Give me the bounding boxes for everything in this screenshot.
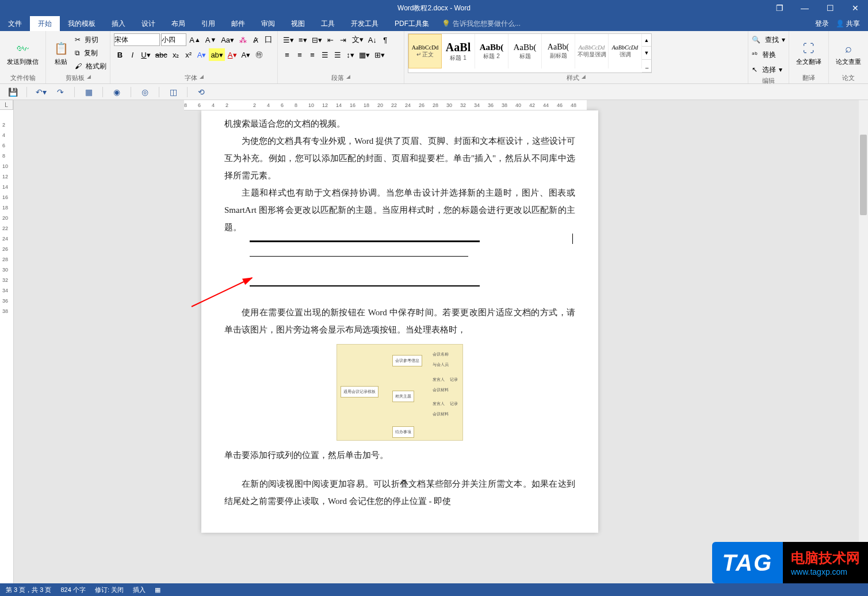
enclose-char-button[interactable]: ㊕: [253, 48, 265, 61]
tab-file[interactable]: 文件: [0, 16, 30, 31]
font-color-button[interactable]: A▾: [226, 48, 239, 61]
paragraph-launcher-icon[interactable]: ◢: [346, 74, 350, 82]
qat-icon-1[interactable]: ▦: [83, 86, 94, 98]
style-name: 副标题: [550, 52, 567, 60]
style-h2[interactable]: AaBb(标题 2: [475, 34, 508, 68]
style-subtle-emphasis[interactable]: AaBbCcDd不明显强调: [575, 34, 609, 68]
style-normal[interactable]: AaBbCcDd↵ 正文: [408, 34, 442, 68]
undo-button[interactable]: ↶▾: [35, 86, 47, 98]
tab-dev[interactable]: 开发工具: [343, 16, 387, 31]
font-size-combo[interactable]: [161, 33, 186, 46]
minimize-button[interactable]: —: [792, 0, 817, 16]
login-link[interactable]: 登录: [815, 19, 829, 29]
close-button[interactable]: ✕: [843, 0, 868, 16]
style-preview: AaBb(: [514, 43, 537, 52]
subscript-button[interactable]: x₂: [170, 48, 182, 61]
tell-me-box[interactable]: 💡告诉我您想要做什么...: [437, 16, 521, 31]
char-border-button[interactable]: 囗: [262, 33, 274, 46]
bold-button[interactable]: B: [114, 48, 125, 61]
numbering-button[interactable]: ≡▾: [297, 33, 309, 46]
cut-button[interactable]: ✂ 剪切: [75, 33, 106, 46]
tab-design[interactable]: 设计: [133, 16, 163, 31]
tab-review[interactable]: 审阅: [253, 16, 283, 31]
multilevel-button[interactable]: ⊟▾: [310, 33, 324, 46]
tab-references[interactable]: 引用: [193, 16, 223, 31]
grow-font-button[interactable]: A▲: [188, 33, 202, 46]
thesis-check-button[interactable]: ⌕论文查重: [832, 33, 865, 73]
tab-layout[interactable]: 布局: [163, 16, 193, 31]
tab-mailings[interactable]: 邮件: [223, 16, 253, 31]
tab-templates[interactable]: 我的模板: [60, 16, 104, 31]
style-title[interactable]: AaBb(标题: [508, 34, 542, 68]
tab-insert[interactable]: 插入: [104, 16, 133, 31]
format-painter-button[interactable]: 🖌 格式刷: [75, 60, 106, 72]
tab-home[interactable]: 开始: [30, 16, 60, 31]
copy-button[interactable]: ⧉ 复制: [75, 47, 106, 59]
shading-button[interactable]: ▦▾: [357, 48, 372, 61]
decrease-indent-button[interactable]: ⇤: [325, 33, 337, 46]
gallery-more-icon[interactable]: ⎯: [642, 60, 651, 72]
title-bar: Word教程2.docx - Word ❐ — ☐ ✕: [0, 0, 868, 16]
asian-layout-button[interactable]: 文▾: [350, 33, 365, 46]
font-launcher-icon[interactable]: ◢: [200, 74, 204, 82]
save-button[interactable]: 💾: [7, 86, 18, 98]
ribbon-options-icon[interactable]: ❐: [767, 0, 792, 16]
qat-icon-3[interactable]: ◎: [139, 86, 151, 98]
find-label: 查找: [765, 35, 779, 45]
style-preview: AaBb(: [548, 43, 569, 52]
style-h1[interactable]: AaBl标题 1: [442, 34, 475, 68]
styles-launcher-icon[interactable]: ◢: [582, 74, 586, 82]
maximize-button[interactable]: ☐: [817, 0, 843, 16]
text-effects-button[interactable]: A▾: [196, 48, 208, 61]
shrink-font-button[interactable]: A▼: [204, 33, 218, 46]
tab-pdf[interactable]: PDF工具集: [387, 16, 437, 31]
sort-button[interactable]: A↓: [366, 33, 378, 46]
gallery-scroll[interactable]: ▲▼⎯: [642, 34, 651, 72]
borders-button[interactable]: ⊞▾: [373, 48, 387, 61]
strike-button[interactable]: abc: [154, 48, 169, 61]
highlight-button[interactable]: ab▾: [209, 48, 224, 61]
gallery-down-icon[interactable]: ▼: [642, 47, 651, 59]
thesis-icon: ⌕: [840, 40, 856, 56]
show-marks-button[interactable]: ¶: [380, 33, 391, 46]
find-button[interactable]: 🔍 查找 ▾: [752, 33, 785, 46]
clear-format-button[interactable]: A̷: [250, 33, 261, 46]
share-button[interactable]: 👤 共享: [836, 19, 860, 29]
gallery-up-icon[interactable]: ▲: [642, 34, 651, 47]
group-label-thesis: 论文: [832, 73, 865, 82]
group-label-paragraph: 段落: [331, 74, 344, 82]
align-left-button[interactable]: ≡: [281, 48, 293, 61]
tab-view[interactable]: 视图: [283, 16, 313, 31]
redo-button[interactable]: ↷: [55, 86, 66, 98]
style-emphasis[interactable]: AaBbCcDd强调: [609, 34, 642, 68]
char-shading-button[interactable]: A▾: [240, 48, 253, 61]
select-button[interactable]: ↖ 选择 ▾: [752, 63, 785, 76]
translate-button[interactable]: ⛶全文翻译: [793, 33, 825, 73]
change-case-button[interactable]: Aa▾: [219, 33, 236, 46]
replace-button[interactable]: ᵃᵇ 替换: [752, 48, 785, 61]
underline-button[interactable]: U▾: [139, 48, 152, 61]
tab-tools[interactable]: 工具: [313, 16, 343, 31]
select-icon: ↖: [752, 66, 758, 74]
italic-button[interactable]: I: [127, 48, 138, 61]
paste-button[interactable]: 📋 粘贴: [49, 33, 72, 73]
qat-icon-4[interactable]: ◫: [167, 86, 179, 98]
style-subtitle[interactable]: AaBb(副标题: [542, 34, 575, 68]
clipboard-launcher-icon[interactable]: ◢: [87, 74, 91, 82]
increase-indent-button[interactable]: ⇥: [338, 33, 349, 46]
align-right-button[interactable]: ≡: [307, 48, 318, 61]
translate-icon: ⛶: [801, 40, 817, 56]
send-wechat-button[interactable]: ៚ 发送到微信: [3, 33, 42, 73]
font-name-combo[interactable]: [114, 33, 160, 46]
line-spacing-button[interactable]: ↕▾: [345, 48, 356, 61]
phonetic-guide-button[interactable]: ⁂: [237, 33, 248, 46]
qat-icon-2[interactable]: ◉: [111, 86, 123, 98]
style-gallery[interactable]: AaBbCcDd↵ 正文 AaBl标题 1 AaBb(标题 2 AaBb(标题 …: [408, 33, 652, 73]
superscript-button[interactable]: x²: [183, 48, 194, 61]
bullets-button[interactable]: ☰▾: [281, 33, 296, 46]
justify-button[interactable]: ☰: [319, 48, 331, 61]
ruler-corner[interactable]: L: [0, 100, 13, 100]
qat-icon-5[interactable]: ⟲: [196, 86, 207, 98]
distribute-button[interactable]: ☰: [332, 48, 343, 61]
align-center-button[interactable]: ≡: [294, 48, 305, 61]
